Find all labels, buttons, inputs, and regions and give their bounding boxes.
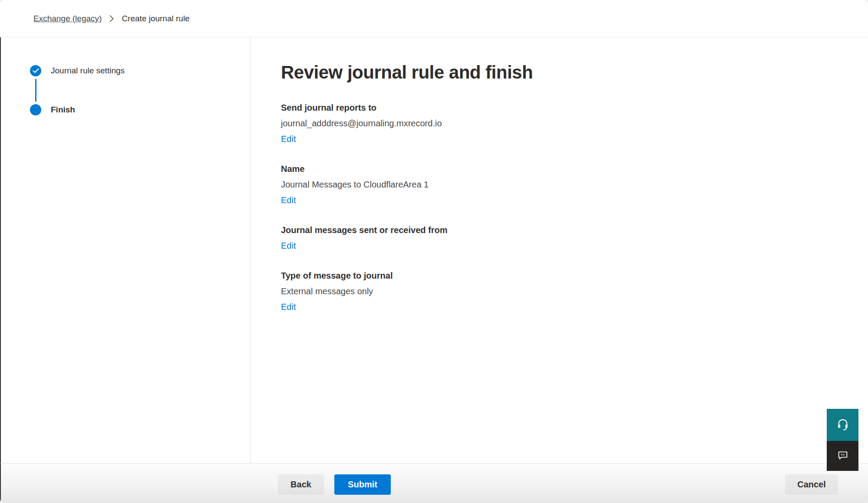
breadcrumb: Exchange (legacy) Create journal rule [33,14,190,23]
review-section-message-type: Type of message to journal External mess… [281,271,868,312]
chat-bubble-icon [837,449,849,463]
section-label: Send journal reports to [281,103,868,113]
feedback-button[interactable] [827,441,858,471]
chevron-right-icon [109,15,115,22]
breadcrumb-current-page: Create journal rule [122,14,189,23]
section-label: Journal messages sent or received from [281,225,868,235]
section-value: Journal Messages to CloudflareArea 1 [281,180,868,190]
edit-journal-messages-link[interactable]: Edit [281,241,296,251]
support-button[interactable] [827,409,858,441]
content-area: Journal rule settings Finish Review jour… [0,37,868,463]
check-icon [30,65,41,76]
review-panel: Review journal rule and finish Send jour… [251,37,868,463]
footer-action-bar: Back Submit Cancel [0,463,868,503]
wizard-steps-panel: Journal rule settings Finish [1,37,251,463]
exchange-create-journal-rule-window: Exchange (legacy) Create journal rule Jo… [0,0,868,503]
step-connector-line [35,79,36,102]
section-label: Type of message to journal [281,271,868,281]
cancel-button[interactable]: Cancel [785,474,838,495]
review-section-name: Name Journal Messages to CloudflareArea … [281,164,868,205]
section-value: External messages only [281,286,868,296]
edit-send-journal-reports-link[interactable]: Edit [281,134,296,144]
section-value: journal_adddress@journaling.mxrecord.io [281,118,868,128]
submit-button[interactable]: Submit [334,474,391,495]
back-button[interactable]: Back [278,474,324,495]
wizard-step-journal-rule-settings[interactable]: Journal rule settings [30,65,250,76]
edit-name-link[interactable]: Edit [281,195,296,205]
wizard-step-label: Journal rule settings [51,66,125,76]
header-bar: Exchange (legacy) Create journal rule [0,0,868,37]
wizard-step-label: Finish [51,105,75,115]
section-label: Name [281,164,868,174]
edit-message-type-link[interactable]: Edit [281,302,296,312]
breadcrumb-exchange-legacy-link[interactable]: Exchange (legacy) [33,14,102,23]
page-title: Review journal rule and finish [281,62,868,83]
headset-icon [836,418,849,432]
current-step-dot-icon [30,104,41,115]
review-section-journal-messages-from: Journal messages sent or received from E… [281,225,868,251]
wizard-step-finish[interactable]: Finish [30,104,250,115]
review-section-send-journal-reports-to: Send journal reports to journal_adddress… [281,103,868,144]
